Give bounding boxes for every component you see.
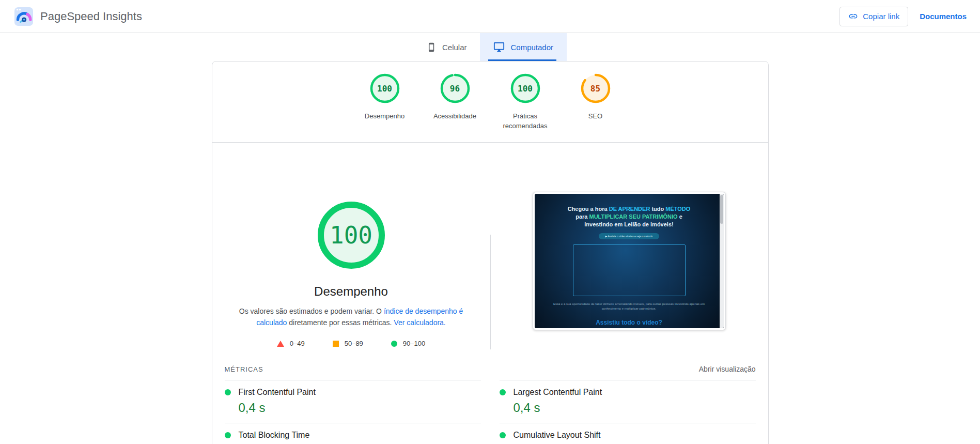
metric-value: 0,4 s [239, 401, 481, 415]
metrics-column-left: First Contentful Paint 0,4 s Total Block… [225, 380, 481, 444]
score-disclaimer: Os valores são estimados e podem variar.… [235, 305, 468, 328]
header-actions: Copiar link Documentos [839, 7, 967, 26]
pass-dot-icon [225, 389, 231, 395]
score-label: SEO [588, 111, 602, 121]
heading-text: investindo em Leilão de imóveis! [584, 221, 673, 227]
metric-value: 0,4 s [514, 401, 756, 415]
score-value: 96 [440, 73, 470, 103]
performance-overview: 100 Desempenho Os valores são estimados … [212, 143, 768, 361]
screenshot-video-placeholder [573, 244, 686, 296]
score-ring: 96 [440, 73, 470, 103]
copy-link-button[interactable]: Copiar link [839, 7, 908, 26]
heading-text: para [575, 213, 589, 220]
metric-first-contentful-paint: First Contentful Paint 0,4 s [225, 380, 481, 423]
orange-square-icon [333, 341, 339, 347]
vertical-divider [490, 235, 491, 349]
app-header: PageSpeed Insights Copiar link Documento… [0, 0, 980, 33]
score-legend: 0–49 50–89 90–100 [277, 340, 425, 347]
pagespeed-logo-icon [13, 6, 34, 27]
heading-text: DE APRENDER [609, 206, 650, 212]
screenshot-cta-pill: ▶ Assista o vídeo abaixo e veja o método [599, 233, 660, 239]
legend-range: 0–49 [290, 340, 305, 347]
heading-text: tudo [650, 206, 665, 212]
metric-name: Cumulative Layout Shift [514, 431, 756, 440]
metric-name: First Contentful Paint [239, 388, 481, 397]
screenshot-caption: Essa é a sua oportunidade de fazer dinhe… [552, 302, 707, 311]
legend-good: 90–100 [391, 340, 425, 347]
pass-dot-icon [500, 432, 506, 438]
score-seo[interactable]: 85 SEO [567, 73, 625, 142]
score-value: 85 [581, 73, 611, 103]
score-label: Práticas recomendadas [496, 111, 554, 131]
legend-fail: 0–49 [277, 340, 305, 347]
screenshot-scrollbar [720, 194, 724, 328]
disclaimer-text: Os valores são estimados e podem variar.… [239, 307, 384, 315]
performance-title: Desempenho [314, 284, 388, 299]
red-triangle-icon [277, 341, 284, 347]
performance-gauge-block: 100 Desempenho Os valores são estimados … [212, 143, 490, 347]
score-label: Acessibilidade [433, 111, 476, 121]
score-praticas-recomendadas[interactable]: 100 Práticas recomendadas [496, 73, 554, 142]
metric-cumulative-layout-shift: Cumulative Layout Shift [500, 423, 756, 444]
heading-text: Chegou a hora [568, 206, 609, 212]
gauge-value: 100 [318, 202, 385, 269]
pass-dot-icon [225, 432, 231, 438]
score-ring: 85 [581, 73, 611, 103]
score-ring: 100 [510, 73, 540, 103]
scrollbar-thumb [720, 195, 723, 224]
heading-text: MULTIPLICAR SEU PATRIMÔNIO [589, 213, 678, 220]
metrics-grid: First Contentful Paint 0,4 s Total Block… [225, 380, 756, 444]
desktop-icon [493, 41, 505, 53]
phone-icon [427, 42, 437, 52]
heading-text: e [678, 213, 682, 220]
device-tabs: Celular Computador [0, 33, 980, 61]
performance-gauge[interactable]: 100 [318, 202, 385, 269]
page-screenshot-thumbnail[interactable]: Chegou a hora DE APRENDER tudo MÉTODO pa… [533, 192, 726, 330]
metric-name: Largest Contentful Paint [514, 388, 756, 397]
app-title: PageSpeed Insights [40, 10, 142, 23]
page-screenshot: Chegou a hora DE APRENDER tudo MÉTODO pa… [535, 194, 724, 328]
green-circle-icon [391, 341, 397, 347]
active-tab-underline [488, 59, 556, 61]
score-desempenho[interactable]: 100 Desempenho [356, 73, 414, 142]
metrics-section: MÉTRICAS Abrir visualização First Conten… [212, 361, 768, 444]
metric-total-blocking-time: Total Blocking Time [225, 423, 481, 444]
page-preview-block: Chegou a hora DE APRENDER tudo MÉTODO pa… [490, 143, 768, 347]
brand-home-link[interactable]: PageSpeed Insights [13, 6, 142, 27]
score-label: Desempenho [365, 111, 405, 121]
metrics-column-right: Largest Contentful Paint 0,4 s Cumulativ… [500, 380, 756, 444]
report-card: 100 Desempenho 96 Acessibilidade 100 [212, 61, 769, 444]
score-value: 100 [370, 73, 400, 103]
category-scores-row: 100 Desempenho 96 Acessibilidade 100 [212, 62, 768, 143]
open-preview-link[interactable]: Abrir visualização [699, 365, 756, 373]
screenshot-heading: Chegou a hora DE APRENDER tudo MÉTODO pa… [535, 205, 724, 228]
legend-range: 90–100 [403, 340, 425, 347]
metric-largest-contentful-paint: Largest Contentful Paint 0,4 s [500, 380, 756, 423]
legend-average: 50–89 [333, 340, 363, 347]
pass-dot-icon [500, 389, 506, 395]
link-icon [848, 11, 858, 21]
tab-computador-label: Computador [510, 43, 553, 52]
documents-link[interactable]: Documentos [920, 12, 967, 21]
score-value: 100 [510, 73, 540, 103]
score-acessibilidade[interactable]: 96 Acessibilidade [426, 73, 484, 142]
metrics-title: MÉTRICAS [225, 365, 263, 373]
screenshot-footer-question: Assistiu todo o vídeo? [535, 319, 724, 326]
legend-range: 50–89 [345, 340, 363, 347]
tab-celular[interactable]: Celular [413, 33, 480, 61]
metrics-header-row: MÉTRICAS Abrir visualização [225, 361, 756, 380]
tab-celular-label: Celular [442, 43, 467, 52]
heading-text: MÉTODO [665, 206, 690, 212]
calculator-link[interactable]: Ver calculadora. [394, 318, 445, 327]
disclaimer-text: diretamente por essas métricas. [287, 318, 394, 327]
tab-computador[interactable]: Computador [480, 33, 567, 61]
score-ring: 100 [370, 73, 400, 103]
metric-name: Total Blocking Time [239, 431, 481, 440]
copy-link-label: Copiar link [863, 12, 899, 21]
